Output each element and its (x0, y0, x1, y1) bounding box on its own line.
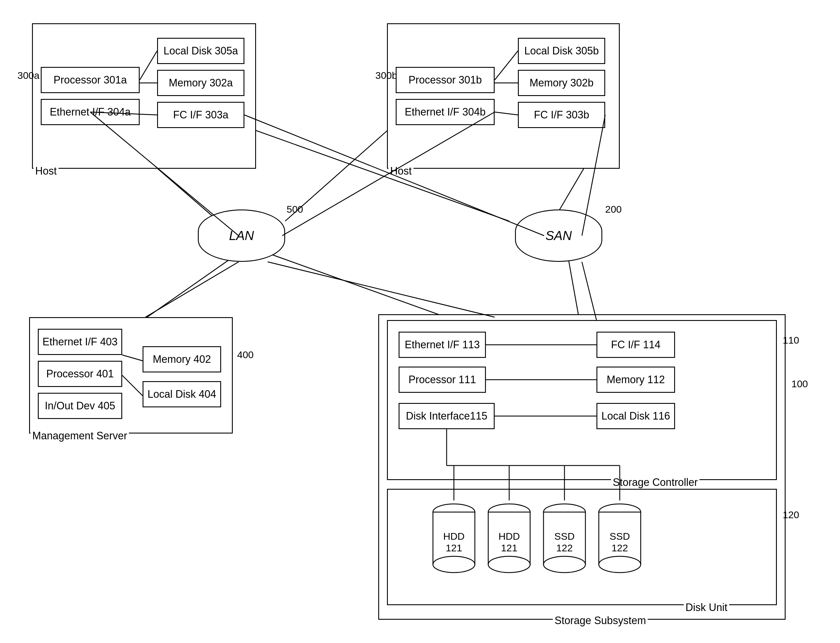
processor-401: Processor 401 (38, 361, 122, 387)
svg-text:SSD: SSD (610, 531, 630, 542)
svg-line-53 (267, 262, 495, 317)
processor-301a: Processor 301a (41, 67, 140, 93)
memory-402: Memory 402 (143, 346, 221, 372)
localdisk-404: Local Disk 404 (143, 381, 221, 407)
localdisk-305a: Local Disk 305a (157, 38, 245, 64)
host-a-ref: 300a (18, 70, 39, 81)
storage-controller-label: Storage Controller (611, 476, 700, 489)
mgmt-container-label: Management Server (31, 429, 129, 442)
svg-point-24 (433, 556, 475, 573)
svg-text:HDD: HDD (443, 531, 465, 542)
san-ref: 200 (605, 204, 622, 215)
san-label: SAN (546, 228, 572, 243)
memory-302b: Memory 302b (518, 70, 605, 96)
ssd-122-a: SSD 122 (541, 501, 588, 582)
fcif-303b: FC I/F 303b (518, 102, 605, 128)
svg-point-34 (543, 556, 586, 573)
disk-unit-label: Disk Unit (684, 601, 729, 614)
inout-405: In/Out Dev 405 (38, 393, 122, 419)
host-a-label: Host (33, 165, 59, 178)
ethernet-113: Ethernet I/F 113 (399, 332, 486, 358)
svg-text:121: 121 (501, 542, 518, 553)
svg-text:122: 122 (556, 542, 573, 553)
memory-112: Memory 112 (597, 367, 675, 393)
memory-302a: Memory 302a (157, 70, 245, 96)
hdd-121-b: HDD 121 (486, 501, 532, 582)
disk-unit-ref: 120 (783, 509, 799, 521)
ethernet-304b: Ethernet I/F 304b (396, 99, 495, 125)
processor-301b: Processor 301b (396, 67, 495, 93)
svg-text:121: 121 (446, 542, 462, 553)
host-b-ref: 300b (375, 70, 398, 81)
san-cloud: SAN (515, 209, 602, 262)
svg-line-52 (145, 262, 238, 317)
svg-point-39 (599, 556, 641, 573)
storage-controller-ref: 110 (783, 335, 799, 346)
mgmt-ref: 400 (237, 349, 254, 361)
processor-111: Processor 111 (399, 367, 486, 393)
lan-ref: 500 (287, 204, 303, 215)
svg-text:SSD: SSD (554, 531, 575, 542)
lan-label: LAN (229, 228, 254, 243)
disk-interface-115: Disk Interface115 (399, 403, 495, 429)
lan-cloud: LAN (198, 209, 285, 262)
fcif-114: FC I/F 114 (597, 332, 675, 358)
localdisk-116: Local Disk 116 (597, 403, 675, 429)
ethernet-403: Ethernet I/F 403 (38, 329, 122, 355)
localdisk-305b: Local Disk 305b (518, 38, 605, 64)
ethernet-304a: Ethernet I/F 304a (41, 99, 140, 125)
fcif-303a: FC I/F 303a (157, 102, 245, 128)
hdd-121-a: HDD 121 (431, 501, 477, 582)
ssd-122-b: SSD 122 (597, 501, 643, 582)
svg-text:122: 122 (612, 542, 628, 553)
svg-point-29 (488, 556, 530, 573)
storage-subsystem-label: Storage Subsystem (553, 614, 648, 627)
storage-outer-ref: 100 (791, 378, 808, 390)
svg-text:HDD: HDD (498, 531, 520, 542)
host-b-label: Host (388, 165, 413, 178)
svg-line-54 (582, 262, 597, 320)
